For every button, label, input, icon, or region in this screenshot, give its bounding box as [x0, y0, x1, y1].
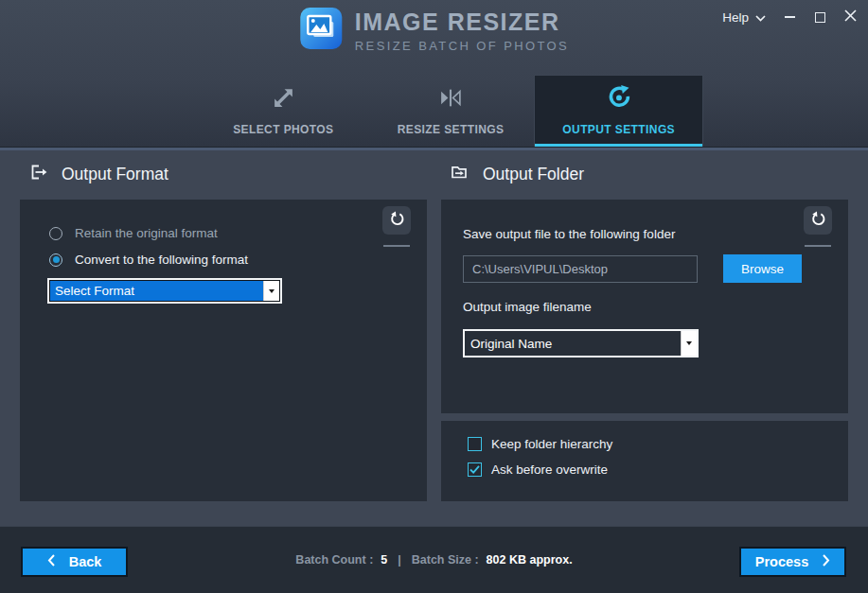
batch-size-value: 802 KB approx.	[487, 553, 573, 567]
output-path-input[interactable]	[463, 255, 698, 283]
header: IMAGE RESIZER RESIZE BATCH OF PHOTOS Hel…	[0, 0, 868, 147]
resize-settings-icon	[438, 86, 463, 113]
output-folder-panel: Save output file to the following folder…	[441, 200, 848, 413]
output-folder-heading: Output Folder	[450, 163, 584, 186]
radio-label: Convert to the following format	[75, 253, 248, 267]
output-options-panel: Keep folder hierarchy Ask before overwri…	[441, 421, 848, 501]
radio-label: Retain the original format	[75, 226, 218, 240]
tab-label: RESIZE SETTINGS	[398, 123, 505, 136]
browse-button[interactable]: Browse	[723, 254, 802, 283]
tab-output-settings[interactable]: OUTPUT SETTINGS	[534, 75, 703, 147]
tab-select-photos[interactable]: SELECT PHOTOS	[200, 75, 367, 147]
batch-separator: |	[398, 553, 401, 567]
app-logo-icon	[299, 7, 343, 54]
maximize-icon	[815, 12, 825, 23]
reset-icon	[810, 211, 826, 231]
chevron-down-icon	[755, 10, 766, 25]
reset-format-button[interactable]	[382, 206, 411, 235]
ask-before-overwrite-checkbox[interactable]: Ask before overwrite	[468, 462, 608, 477]
reset-underline	[805, 245, 831, 247]
radio-checked-icon	[49, 253, 62, 267]
output-folder-icon	[450, 163, 469, 186]
checkbox-checked-icon	[468, 462, 482, 477]
process-label: Process	[755, 554, 808, 569]
radio-convert-format[interactable]: Convert to the following format	[49, 253, 248, 267]
checkbox-label: Keep folder hierarchy	[491, 437, 612, 451]
output-format-heading: Output Format	[28, 163, 168, 186]
format-select[interactable]: Select Format	[47, 278, 282, 304]
app-window: IMAGE RESIZER RESIZE BATCH OF PHOTOS Hel…	[0, 0, 868, 593]
batch-count-value: 5	[381, 553, 387, 567]
minimize-button[interactable]	[783, 9, 796, 26]
maximize-button[interactable]	[813, 9, 826, 26]
help-menu[interactable]: Help	[722, 10, 766, 25]
window-controls: Help	[722, 7, 857, 27]
save-folder-label: Save output file to the following folder	[463, 227, 675, 241]
reset-underline	[383, 245, 410, 247]
batch-count-label: Batch Count :	[295, 553, 373, 567]
minimize-icon	[785, 16, 795, 18]
select-photos-icon	[272, 86, 295, 113]
output-format-panel: Retain the original format Convert to th…	[20, 200, 427, 501]
chevron-right-icon	[823, 554, 830, 569]
app-subtitle: RESIZE BATCH OF PHOTOS	[355, 39, 569, 53]
batch-info: Batch Count : 5 | Batch Size : 802 KB ap…	[0, 527, 868, 593]
reset-folder-button[interactable]	[804, 206, 832, 235]
section-title: Output Format	[62, 165, 168, 184]
checkbox-unchecked-icon	[468, 437, 482, 451]
format-select-value: Select Format	[50, 281, 263, 301]
radio-unchecked-icon	[49, 227, 62, 240]
reset-icon	[389, 211, 405, 231]
tab-label: OUTPUT SETTINGS	[562, 123, 675, 136]
filename-select-value: Original Name	[465, 331, 681, 356]
section-title: Output Folder	[483, 165, 584, 184]
checkbox-label: Ask before overwrite	[491, 462, 608, 477]
radio-retain-format[interactable]: Retain the original format	[49, 226, 218, 240]
close-button[interactable]	[843, 9, 857, 26]
app-title-block: IMAGE RESIZER RESIZE BATCH OF PHOTOS	[355, 9, 569, 53]
app-title: IMAGE RESIZER	[355, 9, 569, 36]
close-icon	[844, 9, 857, 26]
filename-label: Output image filename	[463, 300, 592, 314]
dropdown-arrow-icon[interactable]	[263, 281, 279, 301]
tab-bar: SELECT PHOTOS RESIZE SETTINGS	[200, 75, 703, 147]
tab-resize-settings[interactable]: RESIZE SETTINGS	[367, 75, 535, 147]
footer-bar: Back Batch Count : 5 | Batch Size : 802 …	[0, 526, 868, 593]
output-settings-icon	[606, 84, 631, 113]
help-label: Help	[722, 10, 749, 25]
main-content: Output Format Output Folder	[0, 150, 868, 526]
dropdown-arrow-icon[interactable]	[681, 331, 697, 356]
app-brand: IMAGE RESIZER RESIZE BATCH OF PHOTOS	[299, 7, 569, 54]
tab-label: SELECT PHOTOS	[233, 123, 333, 136]
process-button[interactable]: Process	[739, 547, 846, 577]
batch-size-label: Batch Size :	[412, 553, 479, 567]
keep-folder-hierarchy-checkbox[interactable]: Keep folder hierarchy	[468, 437, 612, 451]
output-format-icon	[28, 163, 47, 186]
filename-select[interactable]: Original Name	[463, 329, 699, 358]
